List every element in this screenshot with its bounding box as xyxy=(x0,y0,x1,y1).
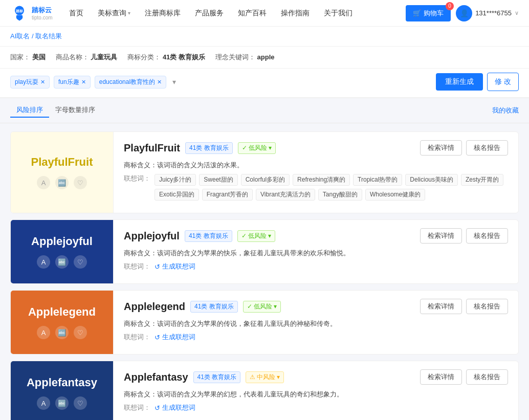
assoc-tag[interactable]: Delicious美味的 xyxy=(405,174,458,186)
assoc-tag[interactable]: Tropical热带的 xyxy=(353,174,402,186)
risk-tag: ✓低风险▾ xyxy=(237,230,275,242)
card-icon-row: A 🔤 ♡ xyxy=(37,396,87,410)
nav-trademark[interactable]: 注册商标库 xyxy=(139,6,187,21)
edit-button[interactable]: 修 改 xyxy=(487,73,519,91)
assoc-row: 联想词： ↺ 生成联想词 xyxy=(124,262,508,271)
class-tag: 41类 教育娱乐 xyxy=(193,371,241,383)
audit-report-btn[interactable]: 核名报告 xyxy=(466,228,508,244)
copy-icon[interactable]: 🔤 xyxy=(55,176,69,189)
brand-name-applelegend: Applelegend xyxy=(28,305,96,319)
assoc-tag[interactable]: Juicy多汁的 xyxy=(155,174,196,186)
regen-button[interactable]: 重新生成 xyxy=(436,73,483,91)
card-left-applelegend: Applelegend A 🔤 ♡ xyxy=(11,291,113,354)
search-detail-btn[interactable]: 检索详情 xyxy=(420,299,462,314)
audit-report-btn[interactable]: 核名报告 xyxy=(466,140,508,156)
assoc-tag[interactable]: Refreshing清爽的 xyxy=(293,174,350,186)
search-detail-btn[interactable]: 检索详情 xyxy=(420,228,462,244)
copy-icon[interactable]: 🔤 xyxy=(55,396,69,410)
tag-edu[interactable]: educational教育性的 ✕ xyxy=(95,76,166,89)
results-list: PlayfulFruit A 🔤 ♡ PlayfulFruit 41类 教育娱乐… xyxy=(0,123,529,420)
nav-home[interactable]: 首页 xyxy=(63,6,90,21)
card-right-applejoyful: Applejoyful 41类 教育娱乐 ✓低风险▾ 检索详情 核名报告 商标含… xyxy=(113,220,518,283)
assoc-row: 联想词： ↺ 生成联想词 xyxy=(124,403,508,412)
card-icon-row: A 🔤 ♡ xyxy=(37,176,87,189)
chevron-down-icon: ▾ xyxy=(269,144,272,151)
tag-fun[interactable]: fun乐趣 ✕ xyxy=(54,76,91,89)
search-detail-btn[interactable]: 检索详情 xyxy=(420,369,462,385)
gen-assoc-link[interactable]: ↺ 生成联想词 xyxy=(155,262,195,271)
card-icon-row: A 🔤 ♡ xyxy=(37,326,87,339)
breadcrumb-ai[interactable]: AI取名 xyxy=(10,32,30,40)
assoc-tag[interactable]: Vibrant充满活力的 xyxy=(256,189,315,201)
chevron-down-icon: ▾ xyxy=(268,232,271,239)
heart-icon[interactable]: ♡ xyxy=(74,326,87,339)
country-label: 国家： xyxy=(10,53,30,61)
assoc-label: 联想词： xyxy=(124,403,150,412)
assoc-tag[interactable]: Fragrant芳香的 xyxy=(202,189,253,201)
copy-icon[interactable]: 🔤 xyxy=(55,255,69,269)
sort-alpha[interactable]: 字母数量排序 xyxy=(49,103,101,118)
username: 131****6755 xyxy=(475,9,512,17)
card-right-applelegend: Applelegend 41类 教育娱乐 ✓低风险▾ 检索详情 核名报告 商标含… xyxy=(113,291,518,354)
user-area[interactable]: 👤 131****6755 ∨ xyxy=(456,5,519,21)
filter-keyword: 理念关键词： apple xyxy=(215,53,275,62)
search-detail-btn[interactable]: 检索详情 xyxy=(420,140,462,156)
heart-icon[interactable]: ♡ xyxy=(74,255,87,269)
assoc-tag[interactable]: Zesty开胃的 xyxy=(461,174,503,186)
card-name: Applefantasy xyxy=(124,371,188,383)
nav-guide[interactable]: 操作指南 xyxy=(275,6,316,21)
card-action-btns: 检索详情 核名报告 xyxy=(420,228,508,244)
logo[interactable]: 踏标 踏标云 tipto.com xyxy=(10,4,53,23)
result-card-applefantasy: Applefantasy A 🔤 ♡ Applefantasy 41类 教育娱乐… xyxy=(10,361,519,420)
heart-icon[interactable]: ♡ xyxy=(74,176,87,189)
tag-play-remove[interactable]: ✕ xyxy=(40,79,45,85)
copy-icon[interactable]: 🔤 xyxy=(55,326,69,339)
heart-icon[interactable]: ♡ xyxy=(74,396,87,410)
card-name: PlayfulFruit xyxy=(124,142,180,154)
nav-products[interactable]: 产品服务 xyxy=(189,6,230,21)
audit-report-btn[interactable]: 核名报告 xyxy=(466,299,508,314)
nav-about[interactable]: 关于我们 xyxy=(318,6,359,21)
tag-fun-remove[interactable]: ✕ xyxy=(81,79,86,85)
assoc-label: 联想词： xyxy=(124,174,150,183)
meaning-row: 商标含义：该词语的含义为苹果的传说，象征着儿童玩具的神秘和传奇。 xyxy=(124,319,508,328)
keyword-value: apple xyxy=(257,53,275,61)
risk-tag: ⚠中风险▾ xyxy=(246,371,284,383)
filter-tags-row: play玩耍 ✕ fun乐趣 ✕ educational教育性的 ✕ ▾ 重新生… xyxy=(0,69,529,98)
tag-play[interactable]: play玩耍 ✕ xyxy=(10,76,50,89)
nav-search[interactable]: 美标查询 ▾ xyxy=(92,6,137,21)
cart-button[interactable]: 🛒 购物车 0 xyxy=(406,5,451,21)
goods-value: 儿童玩具 xyxy=(91,53,117,61)
assoc-tag[interactable]: Wholesome健康的 xyxy=(365,189,425,201)
risk-tag: ✓低风险▾ xyxy=(243,301,281,313)
sort-risk[interactable]: 风险排序 xyxy=(10,103,49,118)
assoc-tag[interactable]: Sweet甜的 xyxy=(199,174,237,186)
gen-assoc-link[interactable]: ↺ 生成联想词 xyxy=(155,333,195,342)
card-name: Applelegend xyxy=(124,301,185,313)
gen-assoc-link[interactable]: ↺ 生成联想词 xyxy=(155,403,195,412)
cart-badge: 0 xyxy=(446,2,454,10)
assoc-tag[interactable]: Exotic异国的 xyxy=(155,189,199,201)
amazon-icon[interactable]: A xyxy=(37,255,50,269)
tag-edu-remove[interactable]: ✕ xyxy=(157,79,162,85)
audit-report-btn[interactable]: 核名报告 xyxy=(466,369,508,385)
refresh-icon: ↺ xyxy=(155,404,160,412)
assoc-tag[interactable]: Colorful多彩的 xyxy=(241,174,290,186)
brand-name-applejoyful: Applejoyful xyxy=(31,235,93,248)
nav-wiki[interactable]: 知产百科 xyxy=(232,6,273,21)
card-right-playful-fruit: PlayfulFruit 41类 教育娱乐 ✓低风险▾ 检索详情 核名报告 商标… xyxy=(113,132,518,213)
expand-icon[interactable]: ▾ xyxy=(172,78,176,86)
favorite-link[interactable]: 我的收藏 xyxy=(492,106,519,115)
breadcrumb: AI取名 / 取名结果 xyxy=(0,27,529,47)
filter-bar: 国家： 美国 商品名称： 儿童玩具 商标分类： 41类 教育娱乐 理念关键词： … xyxy=(0,47,529,69)
assoc-tags: Juicy多汁的Sweet甜的Colorful多彩的Refreshing清爽的T… xyxy=(155,174,508,201)
result-card-playful-fruit: PlayfulFruit A 🔤 ♡ PlayfulFruit 41类 教育娱乐… xyxy=(10,131,519,213)
sort-bar: 风险排序 字母数量排序 我的收藏 xyxy=(0,98,529,123)
class-tag: 41类 教育娱乐 xyxy=(185,142,233,154)
amazon-icon[interactable]: A xyxy=(37,176,50,189)
meaning-row: 商标含义：该词语的含义为苹果的快乐，象征着儿童玩具带来的欢乐和愉悦。 xyxy=(124,249,508,258)
amazon-icon[interactable]: A xyxy=(37,326,50,339)
navbar: 踏标 踏标云 tipto.com 首页 美标查询 ▾ 注册商标库 产品服务 知产… xyxy=(0,0,529,27)
assoc-tag[interactable]: Tangy酸甜的 xyxy=(318,189,362,201)
amazon-icon[interactable]: A xyxy=(37,396,50,410)
